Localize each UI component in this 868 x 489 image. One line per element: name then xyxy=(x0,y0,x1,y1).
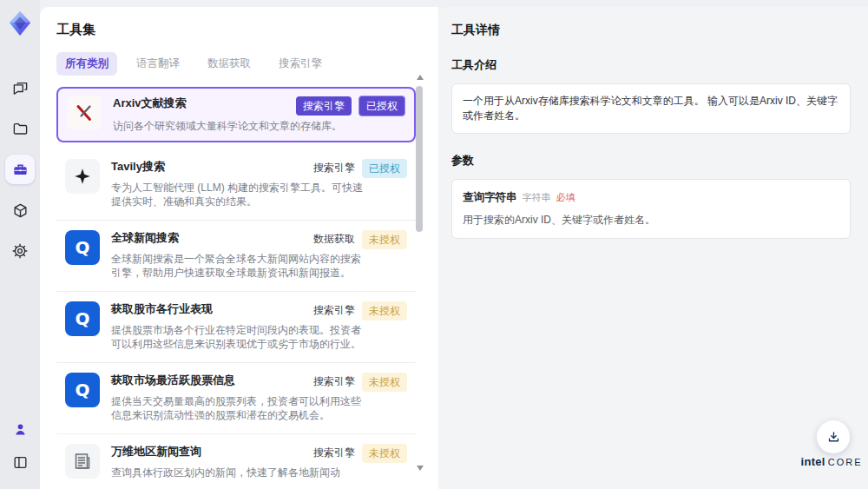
category-label: 搜索引擎 xyxy=(313,303,355,318)
param-card: 查询字符串 字符串 必填 用于搜索的Arxiv ID、关键字或作者姓名。 xyxy=(451,179,851,239)
auth-status-badge: 已授权 xyxy=(362,159,407,178)
scroll-up-arrow-icon[interactable] xyxy=(417,75,424,80)
auth-status-badge: 未授权 xyxy=(362,373,407,392)
param-description: 用于搜索的Arxiv ID、关键字或作者姓名。 xyxy=(463,213,839,228)
download-icon xyxy=(826,430,841,445)
news-logo-icon: Q xyxy=(65,301,100,336)
intro-card: 一个用于从Arxiv存储库搜索科学论文和文章的工具。 输入可以是Arxiv ID… xyxy=(451,83,851,134)
scroll-down-arrow-icon[interactable] xyxy=(417,466,424,471)
auth-status-badge: 未授权 xyxy=(362,230,407,249)
tool-description: 全球新闻搜索是一个聚合全球各大新闻网站内容的搜索引擎，帮助用户快速获取全球最新资… xyxy=(111,252,407,281)
package-icon[interactable] xyxy=(5,195,35,225)
param-name: 查询字符串 xyxy=(463,190,517,205)
profile-icon[interactable] xyxy=(5,414,35,444)
tab-search-engine[interactable]: 搜索引擎 xyxy=(270,52,331,76)
param-type: 字符串 xyxy=(523,191,551,204)
tool-description: 提供股票市场各个行业在特定时间段内的表现。投资者可以利用这些信息来识别表现优于或… xyxy=(111,323,407,352)
tool-details-panel: 工具详情 工具介绍 一个用于从Arxiv存储库搜索科学论文和文章的工具。 输入可… xyxy=(438,7,868,489)
tool-description: 专为人工智能代理 (LLM) 构建的搜索引擎工具。可快速提供实时、准确和真实的结… xyxy=(111,181,407,209)
tool-row-arxiv[interactable]: Arxiv文献搜索 搜索引擎 已授权 访问各个研究领域大量科学论文和文章的存储库… xyxy=(56,87,416,142)
category-label: 搜索引擎 xyxy=(313,446,355,460)
tab-data-fetch[interactable]: 数据获取 xyxy=(199,52,260,76)
tool-name: 全球新闻搜索 xyxy=(111,230,306,246)
tool-row-tavily[interactable]: Tavily搜索 搜索引擎 已授权 专为人工智能代理 (LLM) 构建的搜索引擎… xyxy=(56,149,416,221)
tool-name: Tavily搜索 xyxy=(111,159,306,175)
news-logo-icon: Q xyxy=(65,373,100,407)
settings-gear-icon[interactable] xyxy=(5,236,35,266)
tool-description: 提供当天交易量最高的股票列表，投资者可以利用这些信息来识别流动性强的股票和潜在的… xyxy=(111,394,407,423)
auth-status-badge: 未授权 xyxy=(362,301,407,320)
tool-name: 获取股市各行业表现 xyxy=(111,301,306,317)
intel-wordmark: intel xyxy=(800,455,825,468)
page-title: 工具集 xyxy=(56,22,438,38)
scrollbar-thumb[interactable] xyxy=(416,86,423,232)
arxiv-logo-icon xyxy=(67,96,102,130)
tool-row-regional-news[interactable]: 万维地区新闻查询 搜索引擎 未授权 查询具体行政区划内的新闻，快速了解各地新闻动 xyxy=(56,434,416,489)
news-logo-icon: Q xyxy=(65,230,100,265)
toolset-panel: 工具集 所有类别 语言翻译 数据获取 搜索引擎 Arxiv文献搜索 xyxy=(40,7,438,489)
category-label: 搜索引擎 xyxy=(313,374,355,389)
intro-heading: 工具介绍 xyxy=(451,57,851,73)
category-label: 搜索引擎 xyxy=(313,161,355,175)
core-wordmark: core xyxy=(828,457,863,467)
tool-name: 万维地区新闻查询 xyxy=(111,444,306,459)
tool-row-sector-performance[interactable]: Q 获取股市各行业表现 搜索引擎 未授权 提供股票市场各个行业在特定时间段内的表… xyxy=(56,292,416,363)
param-required-badge: 必填 xyxy=(556,191,575,204)
auth-status-badge: 未授权 xyxy=(362,444,407,463)
tab-language-translation[interactable]: 语言翻译 xyxy=(128,52,188,76)
tool-name: Arxiv文献搜索 xyxy=(113,96,289,111)
panel-toggle-icon[interactable] xyxy=(5,447,35,477)
list-scrollbar[interactable] xyxy=(416,75,424,471)
tab-all-categories[interactable]: 所有类别 xyxy=(56,52,117,76)
category-label: 数据获取 xyxy=(313,232,355,247)
sparkle-icon xyxy=(65,159,100,194)
auth-status-badge: 已授权 xyxy=(358,96,405,116)
tool-row-global-news[interactable]: Q 全球新闻搜索 数据获取 未授权 全球新闻搜索是一个聚合全球各大新闻网站内容的… xyxy=(56,221,416,292)
category-badge: 搜索引擎 xyxy=(296,96,352,116)
folder-icon[interactable] xyxy=(5,114,35,143)
chat-icon[interactable] xyxy=(5,73,35,102)
intel-core-logo: intelcore xyxy=(797,453,866,469)
tool-description: 查询具体行政区划内的新闻，快速了解各地新闻动 xyxy=(111,466,407,480)
app-logo xyxy=(5,9,35,38)
toolbox-icon-active[interactable] xyxy=(5,155,35,184)
download-button[interactable] xyxy=(817,420,850,453)
details-title: 工具详情 xyxy=(451,23,851,38)
app-root: 工具集 所有类别 语言翻译 数据获取 搜索引擎 Arxiv文献搜索 xyxy=(0,0,868,489)
newspaper-icon xyxy=(65,444,100,479)
params-heading: 参数 xyxy=(451,153,851,169)
tool-description: 访问各个研究领域大量科学论文和文章的存储库。 xyxy=(113,119,405,134)
tool-list: Arxiv文献搜索 搜索引擎 已授权 访问各个研究领域大量科学论文和文章的存储库… xyxy=(56,87,416,489)
tool-row-most-active-stocks[interactable]: Q 获取市场最活跃股票信息 搜索引擎 未授权 提供当天交易量最高的股票列表，投资… xyxy=(56,363,416,434)
left-rail xyxy=(0,0,40,489)
tool-name: 获取市场最活跃股票信息 xyxy=(111,373,306,388)
category-tabs: 所有类别 语言翻译 数据获取 搜索引擎 xyxy=(56,52,438,76)
